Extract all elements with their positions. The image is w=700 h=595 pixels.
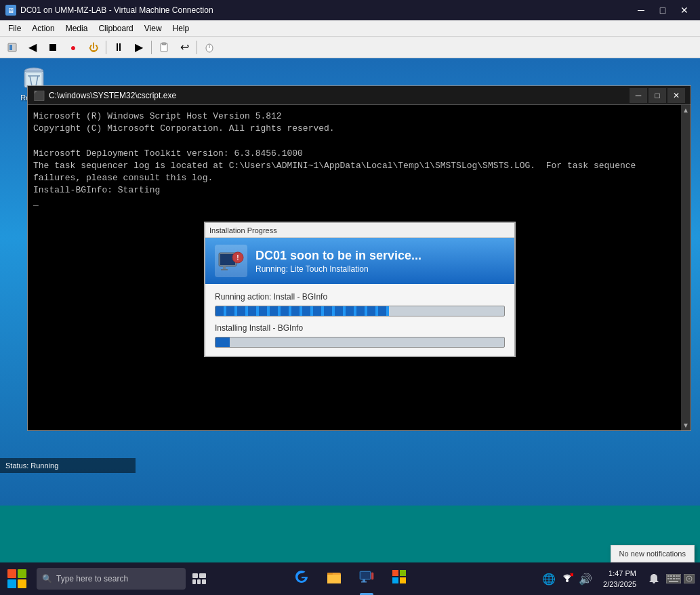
toolbar-btn-play[interactable]: ▶ [129,39,148,56]
toolbar: ◀ ⏹ ● ⏻ ⏸ ▶ ↩ [0,37,700,58]
svg-rect-15 [192,573,198,578]
svg-point-31 [566,579,569,582]
progress-header: ! DC01 soon to be in service... Running:… [205,238,514,284]
menu-bar: File Action Media Clipboard View Help [0,20,700,37]
svg-rect-29 [392,577,398,583]
svg-rect-12 [221,269,228,270]
taskbar-app4-button[interactable] [384,562,414,595]
kb-indicators [666,574,695,583]
search-box[interactable]: 🔍 Type here to search [37,568,186,590]
svg-rect-17 [192,579,196,584]
cmd-minimize-button[interactable]: ─ [630,88,647,103]
taskbar-edge-button[interactable] [287,562,316,595]
svg-rect-43 [676,578,678,579]
desktop: Recyc... ⬛ C:\windows\SYSTEM32\cscript.e… [0,58,700,506]
svg-rect-39 [678,575,680,577]
svg-rect-44 [678,578,680,579]
taskbar-vm-button[interactable] [352,562,382,595]
progress-header-icon: ! [215,245,247,277]
svg-rect-16 [199,573,206,578]
notification-button[interactable] [643,562,665,595]
menu-action[interactable]: Action [26,22,60,35]
cmd-title-text: C:\windows\SYSTEM32\cscript.exe [49,91,176,100]
progress-bar-2-fill [215,337,230,347]
volume-icon[interactable]: 🔊 [577,571,594,587]
svg-rect-23 [361,572,370,579]
svg-rect-42 [673,578,675,579]
menu-clipboard[interactable]: Clipboard [93,22,138,35]
toolbar-btn-stop[interactable]: ⏹ [43,39,62,56]
cmd-line-6: Install-BGInfo: Starting [33,184,685,197]
taskbar: 🔍 Type here to search [0,562,700,595]
toolbar-btn-pause[interactable]: ⏸ [109,39,128,56]
toolbar-btn-red[interactable]: ● [64,39,83,56]
cmd-line-4: Microsoft Deployment Toolkit version: 6.… [33,148,685,160]
task-view-button[interactable] [186,562,213,595]
progress-bar-1-fill [215,306,389,316]
toolbar-btn-clipboard[interactable] [155,39,173,56]
cmd-line-1: Microsoft (R) Windows Script Host Versio… [33,110,685,123]
svg-rect-25 [361,581,367,583]
close-button[interactable]: ✕ [674,1,695,20]
svg-rect-38 [676,575,678,577]
toolbar-separator [106,41,106,54]
svg-rect-27 [392,570,398,576]
app4-icon [391,569,407,589]
toolbar-btn-undo[interactable]: ↩ [175,39,194,56]
svg-rect-40 [667,578,670,579]
network-icon[interactable] [560,571,575,587]
language-icon[interactable]: 🌐 [541,571,557,587]
vm-status-bar: Status: Running [0,458,136,473]
svg-rect-8 [26,73,42,86]
svg-rect-35 [667,575,670,577]
svg-point-48 [688,578,690,579]
cmd-scrollbar[interactable]: ▲ ▼ [681,105,691,430]
toolbar-btn-0[interactable] [3,39,22,56]
svg-rect-1 [9,45,12,50]
svg-rect-11 [223,266,226,269]
menu-media[interactable]: Media [60,22,94,35]
svg-rect-24 [363,579,365,581]
taskbar-right: 🌐 🔊 1:47 PM 2/23/2025 [538,562,700,595]
cmd-close-button[interactable]: ✕ [667,88,685,103]
clock[interactable]: 1:47 PM 2/23/2025 [598,568,642,590]
sys-tray: 🌐 🔊 [538,562,596,595]
title-bar-controls: ─ □ ✕ [631,1,695,20]
toolbar-separator-3 [197,41,197,54]
progress-body: Running action: Install - BGInfo Install… [205,284,514,356]
maximize-button[interactable]: □ [653,1,673,20]
taskbar-explorer-button[interactable] [319,562,349,595]
edge-icon [293,569,310,589]
cmd-line-3 [33,135,685,147]
progress-installing-label: Installing Install - BGInfo [215,323,505,333]
notification-text: No new notifications [619,550,686,558]
explorer-icon [326,569,342,589]
progress-header-title: DC01 soon to be in service... [255,249,421,263]
search-placeholder: Type here to search [56,574,128,583]
toolbar-btn-prev[interactable]: ◀ [23,39,42,56]
clock-date: 2/23/2025 [603,579,636,590]
minimize-button[interactable]: ─ [631,1,651,20]
taskbar-left: 🔍 Type here to search [0,562,213,595]
cmd-maximize-button[interactable]: □ [648,88,666,103]
svg-rect-41 [670,578,672,579]
progress-action-label: Running action: Install - BGInfo [215,292,505,302]
svg-rect-37 [673,575,675,577]
title-bar: 🖥 DC01 on UMM-MZ-LAB - Virtual Machine C… [0,0,700,20]
notification-popup: No new notifications [611,545,695,562]
search-icon: 🔍 [42,574,52,583]
menu-help[interactable]: Help [167,22,195,35]
scroll-up-arrow[interactable]: ▲ [682,105,689,115]
cmd-line-5: The task sequencer log is located at C:\… [33,160,685,184]
svg-rect-36 [670,575,672,577]
menu-view[interactable]: View [139,22,167,35]
toolbar-btn-mouse[interactable] [200,39,219,56]
progress-header-sub: Running: Lite Touch Installation [255,264,421,274]
progress-bar-1-container [215,306,505,316]
menu-file[interactable]: File [3,22,26,35]
start-button[interactable] [0,562,34,595]
toolbar-btn-power[interactable]: ⏻ [84,39,103,56]
scroll-down-arrow[interactable]: ▼ [682,420,689,430]
svg-rect-45 [669,581,678,582]
windows-logo-icon [7,569,26,588]
